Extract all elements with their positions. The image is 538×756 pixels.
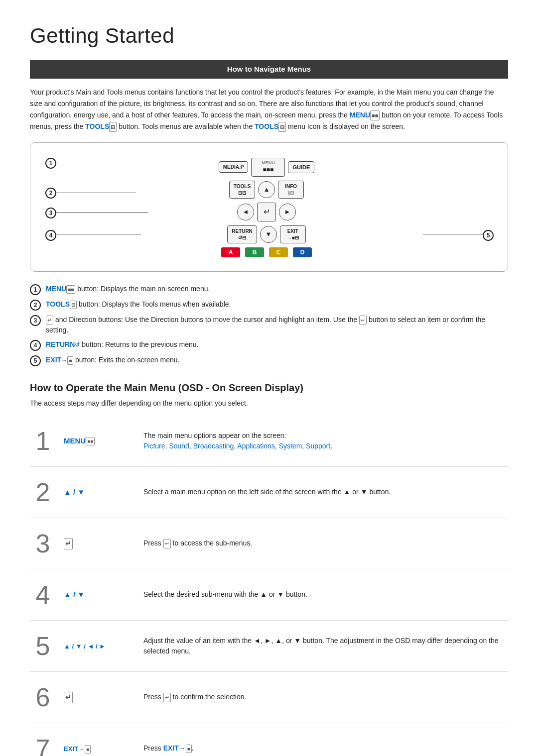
line-1 [56,163,156,164]
section-header: How to Navigate Menus [30,60,508,79]
osd-table: 1 MENU■■ The main menu options appear on… [30,416,508,756]
osd-control-7: EXIT→■ [60,723,139,756]
osd-row-3: 3 ↵ Press ↵ to access the sub-menus. [30,518,508,569]
osd-step-3: 3 [30,518,60,569]
bullet-2-text: button: Displays the Tools menus when av… [79,300,231,308]
diagram-num-3: 3 [45,208,56,218]
bullet-item-1: 1 MENU■■ button: Displays the main on-sc… [30,284,508,295]
osd-step-1: 1 [30,416,60,467]
bullet-item-2: 2 TOOLS⊟ button: Displays the Tools menu… [30,299,508,311]
diagram-num-4: 4 [45,230,56,241]
line-5 [423,234,483,235]
guide-button: GUIDE [288,161,314,173]
bullet-1-text: button: Displays the main on-screen menu… [77,285,210,293]
bullet-item-5: 5 EXIT→■ button: Exits the on-screen men… [30,355,508,366]
osd-desc-5: Adjust the value of an item with the ◄, … [139,620,508,671]
bullet-3-icon: ↵ [46,316,53,325]
line-3 [56,213,148,214]
remote-row-4: RETURN ↺⊟ ▼ EXIT →■⊟ [187,225,346,243]
remote-row-3: ◄ ↵ ► [187,203,346,221]
tools-button: TOOLS ⊟⊟ [229,181,255,199]
media-p-button: MEDIA.P [219,161,249,173]
diagram-num-1: 1 [45,158,56,169]
bullet-1-label: MENU■■ [46,285,75,293]
osd-control-2: ▲ / ▼ [60,466,139,518]
remote-row-2: TOOLS ⊟⊟ ▲ INFO ℹ⊟ [187,181,346,199]
osd-control-4: ▲ / ▼ [60,569,139,620]
osd-title: How to Operate the Main Menu (OSD - On S… [30,380,508,395]
bullet-4-text: button: Returns to the previous menu. [82,340,198,348]
down-arrow-button: ▼ [260,226,277,243]
line-4 [56,234,141,235]
bullet-list: 1 MENU■■ button: Displays the main on-sc… [30,284,508,366]
osd-step-2: 2 [30,466,60,518]
remote-diagram: 1 2 3 4 5 MEDIA.P MENU ■■■ GUIDE TOOLS ⊟… [30,142,508,272]
color-a-button: A [221,247,240,257]
osd-row-1: 1 MENU■■ The main menu options appear on… [30,416,508,467]
tools-label-inline2: TOOLS⊟ [255,122,286,130]
osd-desc-7: Press EXIT→■. [139,723,508,756]
color-d-button: D [293,247,312,257]
osd-control-5: ▲ / ▼ / ◄ / ► [60,620,139,671]
osd-desc-2: Select a main menu option on the left si… [139,466,508,518]
osd-desc-6: Press ↵ to confirm the selection. [139,671,508,723]
osd-control-6: ↵ [60,671,139,723]
osd-row-7: 7 EXIT→■ Press EXIT→■. [30,723,508,756]
bullet-5-text: button: Exits the on-screen menu. [75,356,179,364]
diagram-num-5: 5 [483,230,494,241]
bullet-5-label: EXIT→■ [46,356,73,364]
right-arrow-button: ► [279,204,296,220]
osd-row-4: 4 ▲ / ▼ Select the desired sub-menu with… [30,569,508,620]
bullet-3-icon2: ↵ [359,316,367,325]
bullet-num-5: 5 [30,355,41,366]
bullet-item-4: 4 RETURN↺ button: Returns to the previou… [30,339,508,351]
osd-step-5: 5 [30,620,60,671]
bullet-num-1: 1 [30,284,41,295]
diagram-num-2: 2 [45,188,56,199]
page-title: Getting Started [30,20,508,51]
color-b-button: B [245,247,264,257]
info-button: INFO ℹ⊟ [278,181,304,199]
intro-paragraph: Your product's Main and Tools menus cont… [30,87,508,132]
line-2 [56,193,136,194]
menu-button: MENU ■■■ [251,158,285,176]
osd-step-7: 7 [30,723,60,756]
osd-control-1: MENU■■ [60,416,139,467]
bullet-3-text: and Direction buttons: Use the Direction… [55,316,359,324]
osd-subtitle: The access steps may differ depending on… [30,398,508,409]
bullet-num-4: 4 [30,340,41,351]
osd-row-5: 5 ▲ / ▼ / ◄ / ► Adjust the value of an i… [30,620,508,671]
tools-label-inline: TOOLS⊟ [85,122,117,130]
osd-step-6: 6 [30,671,60,723]
bullet-num-2: 2 [30,300,41,311]
remote-row-5: A B C D [187,247,346,257]
exit-button: EXIT →■⊟ [280,225,306,243]
osd-control-3: ↵ [60,518,139,569]
osd-desc-3: Press ↵ to access the sub-menus. [139,518,508,569]
enter-button: ↵ [257,203,276,221]
bullet-2-label: TOOLS⊟ [46,300,77,308]
color-c-button: C [269,247,288,257]
return-button: RETURN ↺⊟ [227,225,257,243]
bullet-4-label: RETURN↺ [46,340,80,348]
osd-row-6: 6 ↵ Press ↵ to confirm the selection. [30,671,508,723]
osd-desc-4: Select the desired sub-menu with the ▲ o… [139,569,508,620]
up-arrow-button: ▲ [258,181,275,198]
osd-desc-1: The main menu options appear on the scre… [139,416,508,467]
osd-row-2: 2 ▲ / ▼ Select a main menu option on the… [30,466,508,518]
left-arrow-button: ◄ [237,204,254,220]
bullet-item-3: 3 ↵ and Direction buttons: Use the Direc… [30,315,508,335]
bullet-num-3: 3 [30,315,41,326]
menu-label-inline: MENU■■ [350,111,380,119]
osd-step-4: 4 [30,569,60,620]
remote-row-1: MEDIA.P MENU ■■■ GUIDE [187,158,346,176]
